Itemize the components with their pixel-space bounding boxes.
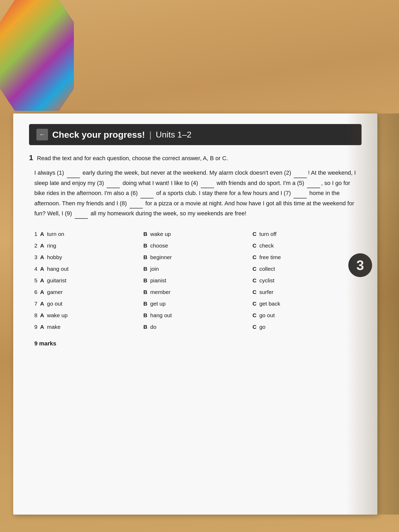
answer-c-row-2: C check [253, 240, 362, 251]
answer-b-row-4: B join [143, 263, 252, 275]
decorative-object [0, 0, 74, 111]
answer-b-row-9: B do [143, 321, 252, 333]
arrow-icon: ← [36, 129, 48, 140]
answers-section: 1 A turn on 2 A ring 3 A hobby 4 A hang … [29, 228, 362, 333]
answer-row-1: 1 A turn on [34, 228, 143, 240]
answer-c-row-5: C cyclist [253, 275, 362, 286]
answer-row-3: 3 A hobby [34, 251, 143, 263]
answer-b-row-8: B hang out [143, 310, 252, 321]
question-number: 1 [29, 154, 33, 162]
answer-c-row-1: C turn off [253, 228, 362, 240]
question-instruction: Read the text and for each question, cho… [37, 155, 228, 162]
header-divider: | [149, 130, 151, 140]
answer-col-right: C turn off C check C free time C collect… [253, 228, 362, 333]
marks-label: 9 marks [29, 340, 56, 347]
section-badge: 3 [348, 253, 372, 277]
answer-c-row-8: C go out [253, 310, 362, 321]
answer-b-row-2: B choose [143, 240, 252, 251]
answer-c-row-6: C surfer [253, 286, 362, 298]
answer-col-middle: B wake up B choose B beginner B join B p… [143, 228, 252, 333]
answer-b-row-3: B beginner [143, 251, 252, 263]
answer-c-row-4: C collect [253, 263, 362, 275]
answer-b-row-6: B member [143, 286, 252, 298]
answer-c-row-7: C get back [253, 298, 362, 310]
header-bar: ← Check your progress! | Units 1–2 [29, 124, 362, 145]
answer-b-row-7: B get up [143, 298, 252, 310]
answer-c-row-3: C free time [253, 251, 362, 263]
answer-row-5: 5 A guitarist [34, 275, 143, 286]
answer-row-7: 7 A go out [34, 298, 143, 310]
answer-col-left: 1 A turn on 2 A ring 3 A hobby 4 A hang … [34, 228, 143, 333]
reading-paragraph: I always (1) early during the week, but … [29, 168, 362, 219]
answer-row-6: 6 A gamer [34, 286, 143, 298]
answer-b-row-5: B pianist [143, 275, 252, 286]
answer-b-row-1: B wake up [143, 228, 252, 240]
book-page: 3 ← Check your progress! | Units 1–2 1 R… [13, 113, 377, 515]
answer-row-9: 9 A make [34, 321, 143, 333]
answer-c-row-9: C go [253, 321, 362, 333]
header-title-bold: Check your progress! [52, 130, 145, 140]
question1-header: 1 Read the text and for each question, c… [29, 154, 362, 162]
answer-row-2: 2 A ring [34, 240, 143, 251]
marks-container: 9 marks [29, 340, 362, 347]
answer-row-4: 4 A hang out [34, 263, 143, 275]
header-units: Units 1–2 [156, 130, 191, 140]
answer-row-8: 8 A wake up [34, 310, 143, 321]
